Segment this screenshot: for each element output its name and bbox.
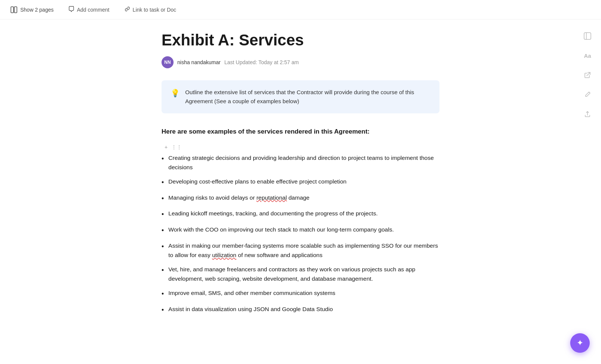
list-item: Assist in data visualization using JSON … <box>162 304 439 316</box>
export-button[interactable] <box>581 108 593 120</box>
add-comment-label: Add comment <box>77 7 109 13</box>
svg-rect-0 <box>11 7 14 13</box>
top-toolbar: Show 2 pages Add comment Link to task or… <box>0 0 601 20</box>
section-heading: Here are some examples of the services r… <box>162 127 439 137</box>
sidebar-toggle-button[interactable] <box>581 30 593 42</box>
avatar: NN <box>162 56 174 68</box>
list-item-text: Assist in data visualization using JSON … <box>168 304 333 314</box>
list-item-text: Leading kickoff meetings, tracking, and … <box>168 209 378 218</box>
callout-text: Outline the extensive list of services t… <box>185 88 430 106</box>
add-block-button[interactable]: + <box>162 143 171 152</box>
show-pages-label: Show 2 pages <box>20 7 54 13</box>
share-button[interactable] <box>581 69 593 81</box>
wavy-underline-word: utilization <box>212 252 237 258</box>
list-item-text: Vet, hire, and manage freelancers and co… <box>168 265 439 284</box>
list-item: Developing cost-effective plans to enabl… <box>162 177 439 188</box>
pages-icon <box>11 6 17 13</box>
last-updated: Last Updated: Today at 2:57 am <box>224 59 299 65</box>
list-item-text: Managing risks to avoid delays or reputa… <box>168 193 310 203</box>
font-size-button[interactable]: Aa <box>581 50 593 62</box>
list-item: Vet, hire, and manage freelancers and co… <box>162 265 439 284</box>
link-to-task-label: Link to task or Doc <box>133 7 176 13</box>
right-sidebar: Aa <box>581 30 593 120</box>
list-item: Leading kickoff meetings, tracking, and … <box>162 209 439 220</box>
block-controls: + ⋮⋮ <box>162 143 439 152</box>
list-item-text: Work with the COO on improving our tech … <box>168 225 394 235</box>
list-item: Improve email, SMS, and other member com… <box>162 288 439 300</box>
link-icon <box>124 6 130 13</box>
callout-emoji: 💡 <box>171 89 180 98</box>
author-row: NN nisha nandakumar Last Updated: Today … <box>162 56 439 68</box>
show-pages-button[interactable]: Show 2 pages <box>8 5 57 15</box>
list-item: Managing risks to avoid delays or reputa… <box>162 193 439 205</box>
svg-rect-1 <box>14 7 17 13</box>
add-comment-button[interactable]: Add comment <box>66 5 112 15</box>
list-item: Creating strategic decisions and providi… <box>162 153 439 172</box>
list-item-text: Developing cost-effective plans to enabl… <box>168 177 346 187</box>
fab-icon: ✦ <box>577 338 583 348</box>
bullet-list: Creating strategic decisions and providi… <box>162 153 439 316</box>
fab-button[interactable]: ✦ <box>570 333 590 353</box>
link-to-task-button[interactable]: Link to task or Doc <box>121 5 179 15</box>
wavy-underline-word: reputational <box>257 194 287 201</box>
list-item-text: Improve email, SMS, and other member com… <box>168 288 335 298</box>
list-item: Work with the COO on improving our tech … <box>162 225 439 236</box>
comment-icon <box>69 6 75 13</box>
callout-box: 💡 Outline the extensive list of services… <box>162 80 439 113</box>
list-item-text: Creating strategic decisions and providi… <box>168 153 439 172</box>
list-item: Assist in making our member-facing syste… <box>162 241 439 260</box>
svg-rect-2 <box>584 33 591 39</box>
main-content: Exhibit A: Services NN nisha nandakumar … <box>139 20 462 343</box>
author-name: nisha nandakumar <box>177 59 220 65</box>
drag-block-button[interactable]: ⋮⋮ <box>172 143 181 152</box>
edit-button[interactable] <box>581 89 593 101</box>
list-item-text: Assist in making our member-facing syste… <box>168 241 439 260</box>
font-size-icon: Aa <box>584 53 591 59</box>
page-title: Exhibit A: Services <box>162 31 439 50</box>
